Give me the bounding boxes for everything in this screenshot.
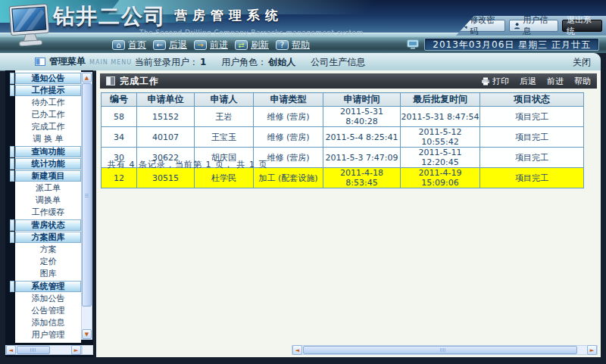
date-display: 2013年03月06日 星期三 正月廿五 [424, 38, 599, 51]
nav-link-refresh[interactable]: 刷新 [251, 39, 269, 51]
sidebar-item[interactable]: 工作缓存 [15, 207, 81, 219]
key-icon [461, 22, 467, 30]
panel-forward-button[interactable]: 前进 [547, 76, 564, 87]
nav-link-help[interactable]: 帮助 [292, 39, 310, 51]
print-button[interactable]: 打印 [481, 76, 509, 87]
table-cell: 维修 (营房) [254, 107, 323, 127]
table-cell: 15152 [137, 107, 195, 127]
company-production-info-link[interactable]: 公司生产信息 [311, 56, 365, 69]
table-cell: 34 [102, 127, 137, 148]
sidebar-item[interactable]: 待办工作 [15, 97, 81, 109]
sidebar-item[interactable]: 调 换 单 [15, 133, 81, 145]
app-subtitle: The Second Drilling Company Barracks man… [139, 29, 364, 36]
section-header-label: 营房状态 [15, 219, 81, 231]
table-cell: 2011-4-18 8:53:45 [323, 168, 401, 188]
sidebar-item[interactable]: 调换单 [15, 194, 81, 207]
sidebar-section-header[interactable]: 统计功能 [15, 158, 81, 170]
menu-grid-icon [35, 58, 45, 66]
table-cell: 加工 (配套设施) [254, 168, 323, 188]
sidebar-item[interactable]: 已办工作 [15, 109, 81, 121]
sidebar-item[interactable]: 添加信息 [15, 317, 81, 329]
table-header-row: 编号申请单位申请人申请类型申请时间最后批复时间项目状态 [102, 93, 584, 107]
section-header-label: 方案图库 [15, 232, 81, 243]
sidebar-item[interactable]: 定价 [15, 256, 81, 268]
header-banner: 钻井二公司营房管理系统 The Second Drilling Company … [0, 0, 606, 36]
sidebar-item[interactable]: 公告管理 [15, 305, 81, 317]
main-horizontal-scroll-thumb[interactable] [303, 346, 577, 354]
sidebar-item[interactable]: 派工单 [15, 182, 81, 194]
sidebar: 通知公告工作提示待办工作已办工作完成工作调 换 单查询功能统计功能新建项目派工单… [5, 70, 93, 357]
sidebar-item[interactable]: 完成工作 [15, 121, 81, 133]
sidebar-item[interactable]: 添加公告 [15, 293, 81, 305]
app-window: 钻井二公司营房管理系统 The Second Drilling Company … [0, 0, 606, 364]
logout-button[interactable]: 退出系统 [562, 20, 602, 32]
section-notch [10, 170, 14, 182]
panel-help-button[interactable]: 帮助 [574, 76, 591, 87]
scroll-right-button[interactable]: ► [71, 345, 81, 355]
table-cell: 12 [102, 168, 137, 188]
table-cell: 维修 (营房) [254, 127, 323, 148]
printer-icon [481, 77, 490, 86]
scroll-down-button[interactable]: ▼ [82, 329, 92, 339]
sidebar-section-header[interactable]: 方案图库 [15, 232, 81, 243]
table-row[interactable]: 1230515杜学民加工 (配套设施)2011-4-18 8:53:452011… [102, 168, 584, 188]
nav-link-back[interactable]: 后退 [169, 39, 187, 51]
main-scroll-right-button[interactable]: ► [587, 345, 597, 355]
sidebar-section-header[interactable]: 通知公告 [15, 73, 81, 84]
sidebar-item[interactable]: 方案 [15, 244, 81, 256]
close-link[interactable]: 关闭 [573, 56, 591, 69]
main-horizontal-scrollbar[interactable]: ◄ ► [292, 345, 598, 355]
nav-link-forward[interactable]: 前进 [210, 39, 228, 51]
table-cell: 项目完工 [480, 127, 584, 148]
change-password-button[interactable]: 修改密码 [456, 20, 505, 32]
table-cell: 杜学民 [195, 168, 254, 188]
refresh-icon[interactable]: ⇄ [235, 40, 248, 50]
header-button-panel: 修改密码 用户信息 退出系统 [456, 16, 606, 36]
role-value: 创始人 [268, 57, 295, 67]
login-user: 当前登录用户：1 [135, 56, 206, 69]
forward-icon[interactable]: → [194, 40, 207, 50]
section-notch [10, 146, 14, 157]
back-icon[interactable]: ← [153, 40, 166, 50]
nav-item-back: ← 后退 [153, 39, 187, 51]
menu-subtitle: MAIN MENU [89, 59, 132, 66]
main-scroll-left-button[interactable]: ◄ [292, 345, 302, 355]
sidebar-section-header[interactable]: 系统管理 [15, 281, 81, 292]
column-header: 最后批复时间 [401, 93, 480, 107]
panel-back-button[interactable]: 后退 [520, 76, 536, 87]
records-table: 编号申请单位申请人申请类型申请时间最后批复时间项目状态 5815152王岩维修 … [101, 92, 584, 188]
sidebar-horizontal-scrollbar[interactable]: ◄ ► [5, 345, 82, 355]
nav-item-refresh: ⇄ 刷新 [235, 39, 269, 51]
main-content: 完成工作 打印 后退 前进 帮助 编号申请单位申请人申请类型申请时间最后批复时间… [96, 70, 601, 357]
scroll-up-button[interactable]: ▲ [82, 73, 92, 82]
home-icon[interactable]: ⌂ [112, 40, 125, 50]
table-cell: 30515 [137, 168, 195, 188]
table-cell: 2011-5-3 7:47:09 [323, 148, 401, 168]
user-info-button[interactable]: 用户信息 [509, 20, 558, 32]
panel-icon [106, 76, 115, 86]
date-widget: 2013年03月06日 星期三 正月廿五 [407, 38, 599, 51]
sidebar-section-header[interactable]: 工作提示 [15, 85, 81, 96]
nav-links: ⌂ 首页 ← 后退 → 前进 ⇄ 刷新 ? 帮助 [112, 39, 310, 51]
horizontal-scroll-thumb[interactable] [17, 346, 50, 354]
app-title-suffix: 营房管理系统 [174, 8, 283, 23]
help-icon[interactable]: ? [276, 40, 289, 50]
sidebar-section-header[interactable]: 营房状态 [15, 219, 81, 231]
scroll-left-button[interactable]: ◄ [6, 345, 16, 355]
table-row[interactable]: 5815152王岩维修 (营房)2011-5-31 8:40:282011-5-… [102, 107, 584, 127]
sidebar-item[interactable]: 用户管理 [15, 329, 81, 341]
table-cell: 2011-5-4 8:25:41 [323, 127, 401, 148]
vertical-scroll-thumb[interactable] [82, 83, 92, 306]
sidebar-section-header[interactable]: 查询功能 [15, 146, 81, 157]
sidebar-section-header[interactable]: 新建项目 [15, 170, 81, 182]
sidebar-vertical-scrollbar[interactable]: ▲ ▼ [81, 72, 92, 340]
section-notch [10, 73, 14, 84]
sidebar-item[interactable]: 图库 [15, 268, 81, 280]
section-header-label: 统计功能 [15, 158, 81, 170]
panel-title: 完成工作 [120, 75, 159, 88]
nav-link-home[interactable]: 首页 [128, 39, 146, 51]
section-header-label: 系统管理 [15, 281, 81, 292]
section-header-label: 通知公告 [15, 73, 81, 84]
table-row[interactable]: 3440107王宝玉维修 (营房)2011-5-4 8:25:412011-5-… [102, 127, 584, 148]
menu-title: 管理菜单 [49, 55, 86, 68]
